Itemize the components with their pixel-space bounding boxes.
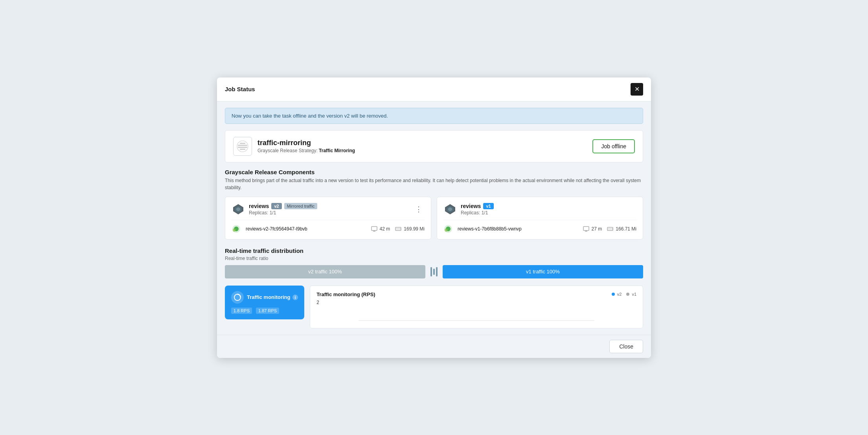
- svg-rect-2: [240, 143, 245, 144]
- traffic-title: Real-time traffic distribution: [225, 247, 643, 254]
- component-meta-v1: reviews v1 Replicas: 1/1: [461, 203, 494, 216]
- modal-close-button[interactable]: ✕: [631, 83, 643, 96]
- replicas-v1: Replicas: 1/1: [461, 210, 494, 216]
- traffic-v2-label: v2 traffic 100%: [308, 269, 342, 275]
- memory-v1: 166.71 Mi: [616, 226, 636, 232]
- modal-footer: Close: [217, 335, 651, 358]
- component-header-v1: reviews v1 Replicas: 1/1: [443, 203, 636, 216]
- component-header-left-v2: reviews v2 Mirrored traffic Replicas: 1/…: [232, 203, 317, 216]
- component-card-v1: reviews v1 Replicas: 1/1: [437, 197, 643, 240]
- component-name-row-v2: reviews v2 Mirrored traffic: [249, 203, 317, 209]
- app-icon: [233, 137, 252, 156]
- traffic-bars: v2 traffic 100% v1 traffic 100%: [225, 265, 643, 278]
- memory-v2: 169.99 Mi: [404, 226, 425, 232]
- app-name: traffic-mirroring: [257, 139, 355, 147]
- info-banner: Now you can take the task offline and th…: [225, 108, 643, 124]
- job-status-modal: Job Status ✕ Now you can take the task o…: [217, 77, 651, 358]
- component-name-v1: reviews: [461, 203, 481, 209]
- job-offline-button[interactable]: Job offline: [592, 139, 635, 153]
- component-header-left-v1: reviews v1 Replicas: 1/1: [443, 203, 494, 216]
- memory-icon-v1: [607, 225, 614, 232]
- chart-legend: v2 v1: [612, 292, 636, 297]
- badge-mirrored: Mirrored traffic: [284, 203, 318, 209]
- monitoring-section: Traffic monitoring i 1.8 RPS 1.87 RPS Tr…: [225, 286, 643, 328]
- grayscale-desc: This method brings part of the actual tr…: [225, 177, 643, 191]
- grayscale-title: Grayscale Release Components: [225, 169, 643, 175]
- svg-point-24: [445, 229, 448, 232]
- monitoring-metrics: 1.8 RPS 1.87 RPS: [231, 308, 298, 314]
- component-header-v2: reviews v2 Mirrored traffic Replicas: 1/…: [232, 203, 425, 216]
- app-strategy-label: Grayscale Release Strategy:: [257, 148, 318, 153]
- component-meta-v2: reviews v2 Mirrored traffic Replicas: 1/…: [249, 203, 317, 216]
- footer-close-button[interactable]: Close: [609, 340, 643, 353]
- svg-rect-1: [238, 147, 247, 148]
- legend-dot-v1: [626, 293, 629, 296]
- chart-svg: [316, 305, 636, 321]
- legend-v2: v2: [612, 292, 622, 297]
- svg-rect-3: [240, 149, 245, 150]
- legend-v1: v1: [626, 292, 636, 297]
- pod-status-icon-v1: [443, 224, 453, 234]
- badge-v1: v1: [483, 203, 493, 209]
- metric-age-v1: 27 m: [583, 225, 602, 232]
- monitoring-icon: [231, 291, 244, 304]
- pod-status-icon-v2: [232, 224, 241, 234]
- svg-point-10: [233, 229, 236, 232]
- pod-name-v1: reviews-v1-7b6f8b88b5-vwnvp: [458, 226, 578, 232]
- traffic-section: Real-time traffic distribution Real-time…: [225, 247, 643, 278]
- grayscale-section: Grayscale Release Components This method…: [225, 169, 643, 240]
- monitoring-label: Traffic monitoring i: [247, 294, 298, 300]
- component-name-v2: reviews: [249, 203, 269, 209]
- age-v1: 27 m: [592, 226, 602, 232]
- svg-rect-35: [436, 267, 438, 276]
- chart-area: Traffic monitoring (RPS) v2 v1 2: [310, 286, 643, 328]
- chart-title: Traffic monitoring (RPS): [316, 291, 375, 297]
- svg-rect-25: [583, 227, 589, 230]
- metric-mem-v1: 166.71 Mi: [607, 225, 636, 232]
- svg-rect-11: [371, 227, 377, 230]
- monitoring-card: Traffic monitoring i 1.8 RPS 1.87 RPS: [225, 286, 304, 319]
- age-v2: 42 m: [380, 226, 390, 232]
- monitoring-card-header: Traffic monitoring i: [231, 291, 298, 304]
- app-strategy: Grayscale Release Strategy: Traffic Mirr…: [257, 148, 355, 153]
- replicas-v2: Replicas: 1/1: [249, 210, 317, 216]
- legend-dot-v2: [612, 293, 615, 296]
- traffic-split-icon: [428, 266, 440, 277]
- close-icon: ✕: [634, 85, 640, 93]
- chart-value: 2: [316, 300, 636, 305]
- metric-mem-v2: 169.99 Mi: [395, 225, 425, 232]
- banner-text: Now you can take the task offline and th…: [232, 113, 388, 119]
- svg-rect-34: [433, 269, 435, 275]
- svg-point-4: [237, 141, 248, 152]
- traffic-bar-v2: v2 traffic 100%: [225, 265, 425, 278]
- component-row-v2: reviews-v2-7fc9564947-l9bvb 42 m: [232, 220, 425, 234]
- app-card-left: traffic-mirroring Grayscale Release Stra…: [233, 137, 355, 156]
- metric-age-v2: 42 m: [371, 225, 390, 232]
- app-strategy-value: Traffic Mirroring: [319, 148, 355, 153]
- component-icon-v2: [232, 203, 245, 216]
- component-name-row-v1: reviews v1: [461, 203, 494, 209]
- components-grid: reviews v2 Mirrored traffic Replicas: 1/…: [225, 197, 643, 240]
- monitor-icon: [371, 225, 378, 232]
- traffic-bar-v1: v1 traffic 100%: [443, 265, 643, 278]
- app-card: traffic-mirroring Grayscale Release Stra…: [225, 130, 643, 162]
- monitor-icon-v1: [583, 225, 590, 232]
- component-row-v1: reviews-v1-7b6f8b88b5-vwnvp 27 m: [443, 220, 636, 234]
- memory-icon: [395, 225, 402, 232]
- pod-name-v2: reviews-v2-7fc9564947-l9bvb: [246, 226, 366, 232]
- more-options-button-v2[interactable]: ⋮: [413, 204, 425, 214]
- svg-rect-0: [238, 145, 247, 146]
- badge-v2: v2: [271, 203, 281, 209]
- traffic-v1-label: v1 traffic 100%: [526, 269, 560, 275]
- metric-chip-1: 1.8 RPS: [231, 308, 252, 314]
- app-logo-icon: [236, 140, 249, 153]
- component-card-v2: reviews v2 Mirrored traffic Replicas: 1/…: [225, 197, 431, 240]
- monitoring-info-icon[interactable]: i: [292, 295, 298, 300]
- chart-header: Traffic monitoring (RPS) v2 v1: [316, 291, 636, 297]
- traffic-subtitle: Real-time traffic ratio: [225, 256, 643, 261]
- modal-title: Job Status: [225, 86, 255, 92]
- modal-body: Now you can take the task offline and th…: [217, 101, 651, 335]
- metric-chip-2: 1.87 RPS: [256, 308, 279, 314]
- app-info: traffic-mirroring Grayscale Release Stra…: [257, 139, 355, 153]
- svg-rect-33: [430, 267, 432, 276]
